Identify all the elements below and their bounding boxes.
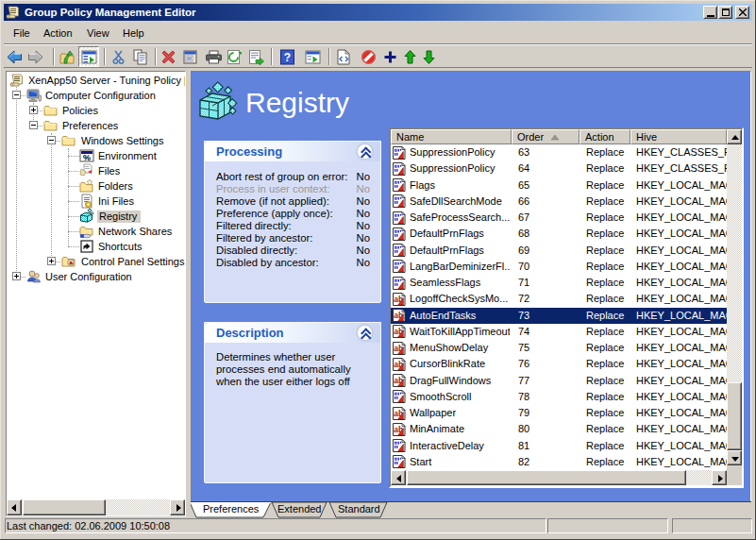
svg-text:?: ? bbox=[283, 51, 290, 64]
svg-text:%: % bbox=[83, 153, 91, 162]
